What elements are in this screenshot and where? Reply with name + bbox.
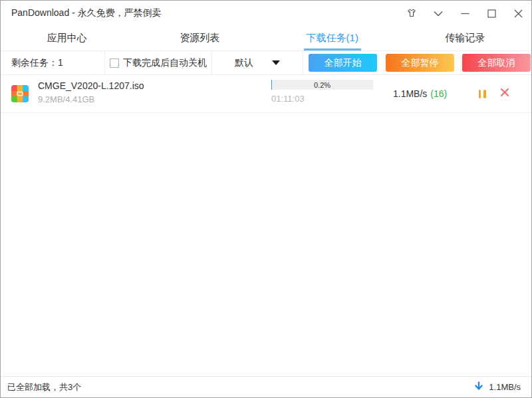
tab-bar: 应用中心 资源列表 下载任务(1) 传输记录	[1, 26, 531, 51]
profile-dropdown[interactable]: 默认	[212, 51, 303, 74]
tab-resource-list[interactable]: 资源列表	[134, 26, 267, 50]
profile-dropdown-value: 默认	[235, 57, 253, 69]
pause-all-button[interactable]: 全部暂停	[386, 54, 454, 72]
title-bar: PanDownload - 永久免费，严禁倒卖	[1, 1, 531, 26]
tab-label: 下载任务(1)	[307, 32, 358, 45]
status-bar: 已全部加载，共3个 1.1MB/s	[1, 376, 531, 397]
eta-time: 01:11:03	[271, 94, 373, 104]
shutdown-option: 下载完成后自动关机	[105, 51, 212, 74]
winrar-archive-icon	[11, 85, 29, 102]
window-title: PanDownload - 永久免费，严禁倒卖	[1, 7, 398, 19]
tshirt-icon	[406, 8, 418, 19]
tab-transfer-history[interactable]: 传输记录	[399, 26, 532, 50]
row-pause-button[interactable]	[474, 75, 490, 112]
tab-label: 资源列表	[180, 32, 219, 45]
maximize-icon	[487, 9, 496, 18]
shutdown-checkbox-label: 下载完成后自动关机	[123, 57, 207, 69]
close-icon	[514, 9, 523, 18]
cancel-x-icon	[500, 88, 509, 100]
bulk-action-buttons: 全部开始 全部暂停 全部取消	[309, 51, 531, 74]
pause-icon	[483, 90, 486, 98]
connection-count: (16)	[430, 88, 447, 99]
window-controls	[398, 1, 531, 26]
minimize-icon	[461, 9, 469, 18]
speed-section: 1.1MB/s (16)	[393, 75, 447, 112]
minimize-button[interactable]	[452, 1, 478, 26]
download-task-row[interactable]: CMGE_V2020-L.1207.iso 9.2MB/4.41GB 0.2% …	[1, 75, 531, 113]
row-cancel-button[interactable]	[497, 75, 513, 112]
active-tab-underline	[304, 49, 361, 50]
collapse-button[interactable]	[425, 1, 452, 26]
tab-label: 应用中心	[47, 32, 87, 45]
pause-icon	[479, 90, 481, 98]
progress-bar: 0.2%	[271, 80, 373, 90]
start-all-button[interactable]: 全部开始	[309, 54, 377, 72]
maximize-button[interactable]	[478, 1, 505, 26]
dropdown-caret-icon	[272, 60, 280, 65]
tab-label: 传输记录	[445, 32, 485, 45]
total-speed-section: 1.1MB/s	[475, 381, 531, 393]
total-speed: 1.1MB/s	[489, 382, 521, 392]
tab-app-center[interactable]: 应用中心	[1, 26, 134, 50]
progress-percent: 0.2%	[271, 80, 373, 90]
theme-skin-button[interactable]	[398, 1, 425, 26]
file-info: CMGE_V2020-L.1207.iso 9.2MB/4.41GB	[38, 80, 144, 104]
status-text: 已全部加载，共3个	[1, 381, 475, 393]
close-button[interactable]	[505, 1, 531, 26]
file-name: CMGE_V2020-L.1207.iso	[38, 80, 144, 91]
toolbar: 剩余任务：1 下载完成后自动关机 默认 全部开始 全部暂停 全部取消	[1, 51, 531, 75]
download-arrow-icon	[475, 381, 483, 393]
download-speed: 1.1MB/s	[393, 88, 427, 99]
file-size: 9.2MB/4.41GB	[38, 94, 144, 104]
chevron-down-icon	[434, 11, 443, 17]
shutdown-checkbox[interactable]	[110, 58, 119, 68]
progress-section: 0.2% 01:11:03	[271, 80, 373, 104]
remaining-tasks-label: 剩余任务：1	[1, 51, 105, 74]
tab-download-tasks[interactable]: 下载任务(1)	[266, 26, 399, 50]
cancel-all-button[interactable]: 全部取消	[462, 54, 531, 72]
